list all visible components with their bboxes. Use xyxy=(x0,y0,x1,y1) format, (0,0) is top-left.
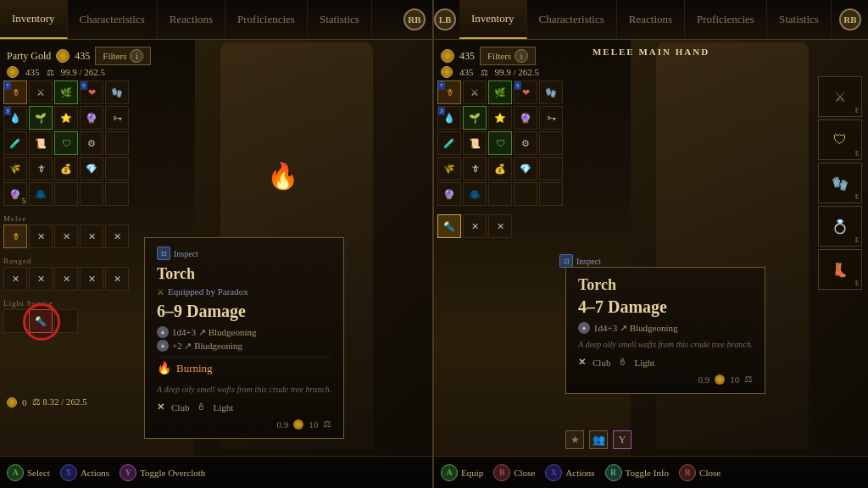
right-tab-reactions[interactable]: Reactions xyxy=(617,0,685,39)
right-grid-cell[interactable]: 🛡 xyxy=(488,131,512,155)
grid-cell[interactable] xyxy=(80,182,103,206)
right-grid-cell[interactable]: 💰 xyxy=(488,157,512,180)
right-melee-slot-torch[interactable]: 🔦 xyxy=(437,214,461,238)
right-tab-statistics[interactable]: Statistics xyxy=(767,0,832,39)
grid-cell[interactable]: 🧥 xyxy=(29,182,53,206)
ranged-slot-1[interactable]: ✕ xyxy=(3,267,27,291)
ranged-slot-3[interactable]: ✕ xyxy=(54,267,78,291)
ranged-slot-5[interactable]: ✕ xyxy=(105,267,129,291)
right-grid-cell[interactable]: 📜 xyxy=(463,131,487,155)
right-info-icon[interactable]: i xyxy=(515,49,528,63)
ranged-slot-2[interactable]: ✕ xyxy=(29,267,53,291)
right-lb-button[interactable]: LB xyxy=(434,8,456,30)
right-grid-cell[interactable]: ❤5 xyxy=(514,80,537,104)
grid-cell[interactable]: 🧤 xyxy=(105,80,129,104)
melee-slot-2[interactable]: ✕ xyxy=(29,225,53,248)
left-info-icon[interactable]: i xyxy=(130,49,143,63)
right-grid-cell[interactable] xyxy=(514,182,537,206)
right-grid-cell[interactable] xyxy=(539,182,563,206)
melee-slot-5[interactable]: ✕ xyxy=(105,225,129,248)
left-tab-characteristics[interactable]: Characteristics xyxy=(68,0,158,39)
grid-cell[interactable]: 🗡7 xyxy=(3,80,27,104)
right-melee-slot-3[interactable]: ✕ xyxy=(488,214,512,238)
left-tab-reactions[interactable]: Reactions xyxy=(158,0,225,39)
melee-slot-1[interactable]: 🗡 xyxy=(3,225,27,248)
btn-x-right[interactable]: X xyxy=(545,464,562,481)
melee-slot-3[interactable]: ✕ xyxy=(54,225,78,248)
right-grid-cell[interactable]: 🔮 xyxy=(437,182,461,206)
grid-cell[interactable]: 💎 xyxy=(80,157,103,180)
grid-cell[interactable]: ⚙ xyxy=(80,131,103,155)
left-tab-inventory[interactable]: Inventory xyxy=(0,0,68,39)
right-grid-cell[interactable]: ⚙ xyxy=(514,131,537,155)
right-tab-proficiencies[interactable]: Proficiencies xyxy=(685,0,767,39)
right-equip-slot-2[interactable]: 🛡 E xyxy=(818,119,862,160)
right-filter-button[interactable]: Filters i xyxy=(480,47,536,65)
grid-cell[interactable]: 💰 xyxy=(54,157,78,180)
right-inspect-button[interactable]: ⊡ Inspect xyxy=(559,254,601,268)
weight-icon-left: ⚖ xyxy=(323,419,331,430)
grid-cell[interactable]: 🗡 xyxy=(29,157,53,180)
melee-slot-4[interactable]: ✕ xyxy=(80,225,103,248)
right-rb-button[interactable]: RB xyxy=(839,8,861,30)
right-grid-cell[interactable]: ⚔ xyxy=(463,80,487,104)
grid-cell[interactable]: 🌾 xyxy=(3,157,27,180)
y-button[interactable]: Y xyxy=(613,430,632,449)
right-equip-slot-3[interactable]: 🧤 E xyxy=(818,163,862,203)
btn-b-right-2[interactable]: B xyxy=(679,464,696,481)
grid-cell[interactable]: 🧪 xyxy=(3,131,27,155)
grid-cell[interactable]: 🗝 xyxy=(105,106,129,130)
grid-cell[interactable] xyxy=(105,182,129,206)
btn-a-left[interactable]: A xyxy=(7,464,24,481)
right-grid-cell[interactable]: 🗡7 xyxy=(437,80,461,104)
grid-cell[interactable] xyxy=(105,131,129,155)
right-grid-cell[interactable] xyxy=(488,182,512,206)
left-tab-proficiencies[interactable]: Proficiencies xyxy=(225,0,308,39)
right-grid-cell[interactable]: 🧪 xyxy=(437,131,461,155)
right-grid-cell[interactable]: 🗝 xyxy=(539,106,563,130)
right-grid-cell[interactable]: 🔮 xyxy=(514,106,537,130)
btn-x-left[interactable]: X xyxy=(60,464,77,481)
grid-cell[interactable] xyxy=(105,157,129,180)
group-button[interactable]: 👥 xyxy=(589,430,608,449)
grid-cell[interactable]: 🔮 xyxy=(80,106,103,130)
right-melee-slot-2[interactable]: ✕ xyxy=(463,214,487,238)
btn-b-right-1[interactable]: B xyxy=(493,464,510,481)
right-tab-inventory[interactable]: Inventory xyxy=(459,0,527,39)
right-grid-cell[interactable] xyxy=(539,131,563,155)
right-equip-slot-5[interactable]: 👢 E xyxy=(818,249,862,290)
left-tab-statistics[interactable]: Statistics xyxy=(308,0,372,39)
left-rb-button[interactable]: RB xyxy=(403,8,426,30)
right-grid-cell[interactable]: 🧥 xyxy=(463,182,487,206)
right-equip-slot-4[interactable]: 💍 E xyxy=(818,206,862,247)
right-grid-cell[interactable]: 🌾 xyxy=(437,157,461,180)
grid-cell[interactable]: ⚔ xyxy=(29,80,53,104)
btn-y-left[interactable]: Y xyxy=(120,464,136,481)
grid-cell[interactable]: 🌿 xyxy=(54,80,78,104)
right-grid-cell[interactable]: 💧3 xyxy=(437,106,461,130)
grid-cell[interactable]: 🔮5 xyxy=(3,182,27,206)
btn-r-right[interactable]: R xyxy=(605,464,622,481)
right-grid-cell[interactable]: ⭐ xyxy=(488,106,512,130)
right-equip-slot-1[interactable]: ⚔ E xyxy=(818,76,862,117)
light-slot-torch[interactable]: 🔦 xyxy=(29,309,53,333)
grid-cell[interactable]: ❤5 xyxy=(80,80,103,104)
grid-cell[interactable]: ⭐ xyxy=(54,106,78,130)
right-grid-cell[interactable] xyxy=(539,157,563,180)
grid-cell[interactable]: 🛡 xyxy=(54,131,78,155)
right-grid-cell[interactable]: 🌱 xyxy=(463,106,487,130)
grid-cell[interactable] xyxy=(54,182,78,206)
btn-a-right[interactable]: A xyxy=(441,464,458,481)
grid-cell[interactable]: 💧3 xyxy=(3,106,27,130)
star-favorite-button[interactable]: ★ xyxy=(565,430,584,449)
grid-cell[interactable]: 🌱 xyxy=(29,106,53,130)
grid-cell[interactable]: 📜 xyxy=(29,131,53,155)
left-filter-button[interactable]: Filters i xyxy=(95,47,151,65)
right-grid-cell[interactable]: 🧤 xyxy=(539,80,563,104)
right-grid-cell[interactable]: 💎 xyxy=(514,157,537,180)
right-grid-cell[interactable]: 🌿 xyxy=(488,80,512,104)
inspect-button[interactable]: ⊡ Inspect xyxy=(157,247,331,260)
ranged-slot-4[interactable]: ✕ xyxy=(80,267,103,291)
right-tab-characteristics[interactable]: Characteristics xyxy=(527,0,617,39)
right-grid-cell[interactable]: 🗡 xyxy=(463,157,487,180)
